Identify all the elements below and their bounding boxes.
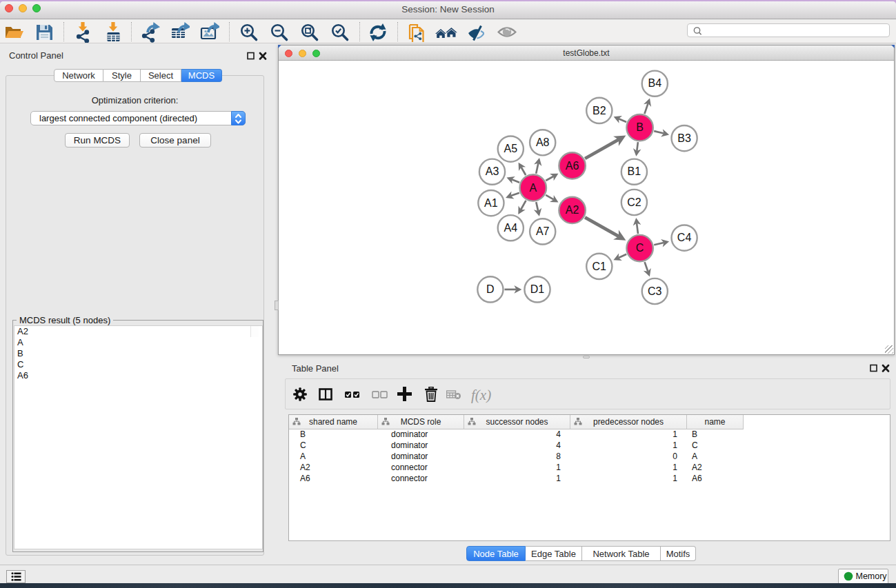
svg-text:B2: B2 (593, 105, 606, 116)
svg-text:D: D (486, 283, 495, 295)
svg-text:C: C (636, 242, 644, 254)
svg-text:B4: B4 (648, 77, 662, 89)
svg-text:B: B (636, 121, 644, 133)
svg-text:A5: A5 (504, 143, 518, 154)
svg-text:A1: A1 (484, 197, 498, 209)
svg-text:C3: C3 (648, 285, 662, 297)
svg-text:C1: C1 (593, 261, 607, 272)
svg-text:D1: D1 (530, 283, 545, 295)
svg-text:A3: A3 (486, 165, 499, 177)
svg-text:A8: A8 (536, 136, 550, 148)
svg-text:C2: C2 (627, 196, 641, 208)
svg-text:A7: A7 (536, 225, 550, 237)
svg-text:A6: A6 (566, 160, 579, 172)
svg-text:B1: B1 (628, 165, 641, 177)
svg-text:B3: B3 (677, 132, 691, 144)
svg-text:A: A (529, 182, 537, 194)
svg-text:A2: A2 (566, 204, 579, 216)
svg-text:C4: C4 (677, 232, 692, 243)
svg-text:A4: A4 (504, 222, 518, 234)
